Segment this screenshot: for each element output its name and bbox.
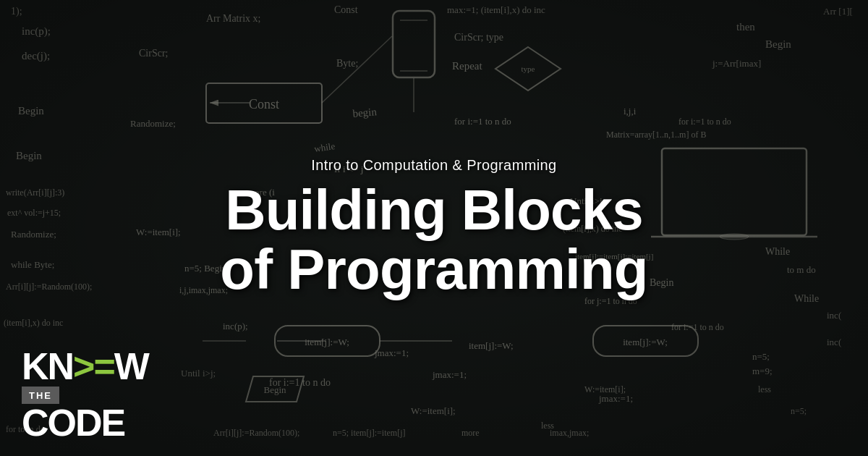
- title-line2: of Programming: [220, 237, 647, 301]
- subtitle: Intro to Computation & Programming: [181, 157, 687, 174]
- logo-container: KN >= W THE CODE: [22, 347, 148, 442]
- logo-w: W: [114, 347, 148, 385]
- logo-arrow: >=: [73, 347, 114, 385]
- logo-the-text: THE: [29, 390, 52, 401]
- main-content: Intro to Computation & Programming Build…: [181, 157, 687, 300]
- logo-knoww: KN >= W: [22, 347, 148, 385]
- logo-code: CODE: [22, 404, 124, 442]
- logo-kn: KN: [22, 347, 73, 385]
- main-title: Building Blocks of Programming: [181, 181, 687, 300]
- title-line1: Building Blocks: [225, 178, 643, 242]
